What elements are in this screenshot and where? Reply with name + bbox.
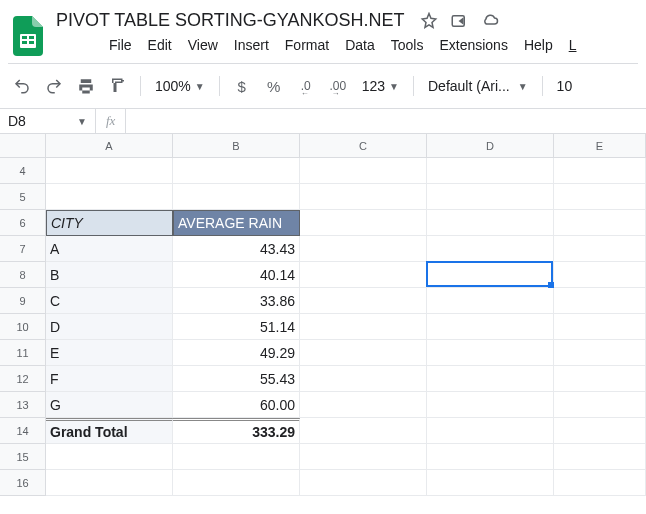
zoom-select[interactable]: 100%▼: [149, 78, 211, 94]
cloud-status-icon[interactable]: [480, 12, 500, 33]
redo-button[interactable]: [40, 72, 68, 100]
cell[interactable]: [300, 444, 427, 470]
row-header[interactable]: 15: [0, 444, 46, 470]
menu-insert[interactable]: Insert: [227, 33, 276, 57]
cell[interactable]: [300, 184, 427, 210]
currency-button[interactable]: $: [228, 72, 256, 100]
cell[interactable]: [427, 340, 554, 366]
percent-button[interactable]: %: [260, 72, 288, 100]
paint-format-button[interactable]: [104, 72, 132, 100]
cell[interactable]: [46, 184, 173, 210]
cell[interactable]: [46, 444, 173, 470]
font-family-select[interactable]: Default (Ari...▼: [422, 78, 534, 94]
cell[interactable]: B: [46, 262, 173, 288]
cell[interactable]: 333.29: [173, 418, 300, 444]
sheets-app-icon[interactable]: [8, 16, 48, 56]
row-header[interactable]: 8: [0, 262, 46, 288]
cell[interactable]: [300, 314, 427, 340]
cell[interactable]: [427, 158, 554, 184]
menu-extensions[interactable]: Extensions: [432, 33, 514, 57]
cell[interactable]: [554, 210, 646, 236]
column-header[interactable]: C: [300, 134, 427, 158]
cell[interactable]: 43.43: [173, 236, 300, 262]
column-header[interactable]: E: [554, 134, 646, 158]
menu-view[interactable]: View: [181, 33, 225, 57]
formula-bar[interactable]: [125, 109, 646, 133]
cell[interactable]: [300, 262, 427, 288]
cell[interactable]: [173, 184, 300, 210]
menu-truncated[interactable]: L: [562, 33, 584, 57]
menu-tools[interactable]: Tools: [384, 33, 431, 57]
decrease-decimal-button[interactable]: .0←: [292, 72, 320, 100]
row-header[interactable]: 12: [0, 366, 46, 392]
column-header[interactable]: D: [427, 134, 554, 158]
cell[interactable]: [300, 340, 427, 366]
cell[interactable]: [554, 418, 646, 444]
cell[interactable]: [427, 184, 554, 210]
row-header[interactable]: 13: [0, 392, 46, 418]
menu-file[interactable]: File: [102, 33, 139, 57]
cell[interactable]: [300, 288, 427, 314]
menu-edit[interactable]: Edit: [141, 33, 179, 57]
cell[interactable]: [173, 444, 300, 470]
increase-decimal-button[interactable]: .00→: [324, 72, 352, 100]
star-icon[interactable]: [420, 12, 438, 33]
cell[interactable]: [554, 444, 646, 470]
cell[interactable]: [173, 158, 300, 184]
menu-format[interactable]: Format: [278, 33, 336, 57]
cell[interactable]: [554, 158, 646, 184]
cell[interactable]: AVERAGE RAIN: [173, 210, 300, 236]
cell[interactable]: [427, 392, 554, 418]
font-size-input[interactable]: 10: [551, 78, 579, 94]
spreadsheet-grid[interactable]: ABCDE456CITYAVERAGE RAIN7A43.438B40.149C…: [0, 134, 646, 496]
number-format-select[interactable]: 123▼: [356, 78, 405, 94]
cell[interactable]: 40.14: [173, 262, 300, 288]
menu-help[interactable]: Help: [517, 33, 560, 57]
cell[interactable]: [300, 418, 427, 444]
row-header[interactable]: 10: [0, 314, 46, 340]
document-title[interactable]: PIVOT TABLE SORTING-GYANKOSH.NET: [52, 8, 408, 33]
cell[interactable]: [554, 184, 646, 210]
row-header[interactable]: 14: [0, 418, 46, 444]
cell[interactable]: [427, 288, 554, 314]
cell[interactable]: [427, 262, 554, 288]
row-header[interactable]: 6: [0, 210, 46, 236]
cell[interactable]: [554, 340, 646, 366]
cell[interactable]: A: [46, 236, 173, 262]
cell[interactable]: Grand Total: [46, 418, 173, 444]
cell[interactable]: E: [46, 340, 173, 366]
cell[interactable]: [427, 366, 554, 392]
cell[interactable]: [427, 418, 554, 444]
cell[interactable]: [300, 470, 427, 496]
cell[interactable]: [173, 470, 300, 496]
select-all-corner[interactable]: [0, 134, 46, 158]
cell[interactable]: [554, 236, 646, 262]
menu-data[interactable]: Data: [338, 33, 382, 57]
cell[interactable]: D: [46, 314, 173, 340]
cell[interactable]: [300, 392, 427, 418]
cell[interactable]: [554, 392, 646, 418]
cell[interactable]: F: [46, 366, 173, 392]
cell[interactable]: [300, 158, 427, 184]
cell[interactable]: CITY: [46, 210, 173, 236]
cell[interactable]: [46, 158, 173, 184]
cell[interactable]: 55.43: [173, 366, 300, 392]
cell[interactable]: G: [46, 392, 173, 418]
cell[interactable]: [427, 470, 554, 496]
cell[interactable]: 33.86: [173, 288, 300, 314]
cell[interactable]: [427, 444, 554, 470]
cell[interactable]: [554, 314, 646, 340]
cell[interactable]: [300, 366, 427, 392]
cell[interactable]: [300, 210, 427, 236]
cell[interactable]: [554, 470, 646, 496]
row-header[interactable]: 9: [0, 288, 46, 314]
print-button[interactable]: [72, 72, 100, 100]
cell[interactable]: [427, 314, 554, 340]
row-header[interactable]: 11: [0, 340, 46, 366]
cell[interactable]: 60.00: [173, 392, 300, 418]
row-header[interactable]: 4: [0, 158, 46, 184]
cell[interactable]: [554, 262, 646, 288]
cell[interactable]: [46, 470, 173, 496]
cell[interactable]: C: [46, 288, 173, 314]
undo-button[interactable]: [8, 72, 36, 100]
